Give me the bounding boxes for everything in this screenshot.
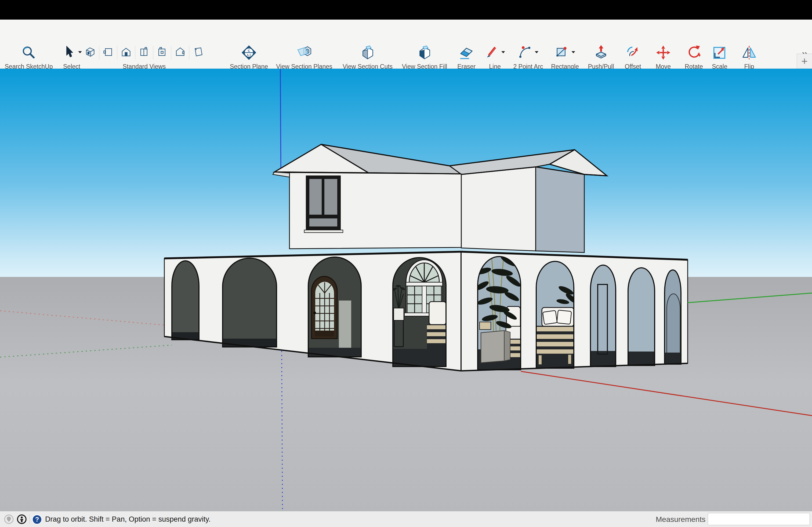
dropdown-caret-icon[interactable] [534, 50, 539, 56]
viewport-3d[interactable] [0, 69, 812, 511]
scale-icon [711, 44, 728, 61]
rectangle-icon [554, 45, 569, 61]
macos-menu-bar [0, 0, 812, 19]
door-handle [313, 312, 316, 314]
svg-text:C: C [248, 49, 250, 52]
bottom-view-icon[interactable] [192, 46, 204, 59]
tool-select[interactable]: Select [61, 44, 83, 70]
sketchup-window: Search SketchUp Select [0, 0, 812, 527]
tool-rectangle[interactable]: Rectangle [551, 44, 579, 70]
concrete-planter [481, 331, 504, 363]
status-hint: Drag to orbit. Shift = Pan, Option = sus… [45, 511, 211, 527]
tool-2-point-arc[interactable]: 2 Point Arc [513, 44, 543, 70]
measurements-label: Measurements [656, 511, 706, 527]
dropdown-caret-icon[interactable] [77, 50, 83, 56]
tool-flip[interactable]: Flip [741, 44, 757, 70]
dropdown-caret-icon[interactable] [501, 50, 506, 56]
section-plane-icon: CA-5 [241, 44, 257, 61]
statusbar-divider [29, 514, 30, 524]
cursor-icon [61, 45, 76, 61]
top-view-icon[interactable] [174, 46, 186, 59]
view-section-fill-icon [416, 44, 433, 61]
person-info-icon[interactable] [17, 514, 27, 525]
flip-icon [741, 44, 757, 61]
model-canvas[interactable] [0, 69, 812, 511]
tool-scale[interactable]: Scale [711, 44, 728, 70]
tool-view-section-planes[interactable]: View Section Planes [276, 44, 332, 70]
front-view-icon[interactable] [120, 46, 132, 59]
status-bar: ? Drag to orbit. Shift = Pan, Option = s… [0, 511, 812, 527]
iso-view-icon[interactable] [84, 46, 97, 59]
standard-views-group: Standard Views [84, 44, 204, 70]
offset-icon [625, 44, 641, 61]
tool-section-plane[interactable]: CA-5 Section Plane [230, 44, 268, 70]
dropdown-caret-icon[interactable] [571, 50, 576, 56]
arc-icon [518, 45, 533, 61]
measurements-input[interactable] [708, 513, 810, 525]
toolbar: Search SketchUp Select [0, 19, 812, 69]
back-view-icon[interactable] [156, 46, 168, 59]
plant-pot [394, 308, 404, 320]
tool-line[interactable]: Line [484, 44, 506, 70]
move-icon [655, 44, 671, 61]
add-panel-button[interactable]: + [797, 54, 812, 69]
svg-text:?: ? [35, 516, 39, 523]
eraser-icon [458, 44, 475, 61]
geolocation-icon[interactable] [4, 514, 14, 525]
toolbar-separator [99, 46, 99, 60]
blue-axis-line [280, 69, 281, 172]
rotate-icon [685, 44, 702, 61]
tool-offset[interactable]: Offset [625, 44, 641, 70]
tool-view-section-fill[interactable]: View Section Fill [402, 44, 447, 70]
svg-text:A-5: A-5 [247, 54, 251, 57]
right-view-icon[interactable] [138, 46, 150, 59]
tool-view-section-cuts[interactable]: View Section Cuts [343, 44, 393, 70]
push-pull-icon [593, 44, 609, 61]
tool-eraser[interactable]: Eraser [457, 44, 476, 70]
help-icon[interactable]: ? [32, 514, 42, 526]
tool-push-pull[interactable]: Push/Pull [588, 44, 614, 70]
tool-move[interactable]: Move [655, 44, 671, 70]
view-section-planes-icon [296, 44, 313, 61]
upper-window [304, 176, 343, 232]
tool-search-sketchup[interactable]: Search SketchUp [5, 44, 53, 70]
pencil-icon [484, 45, 499, 61]
left-view-icon[interactable] [102, 46, 114, 59]
tool-rotate[interactable]: Rotate [685, 44, 703, 70]
search-icon [20, 44, 37, 61]
view-section-cuts-icon [359, 44, 376, 61]
